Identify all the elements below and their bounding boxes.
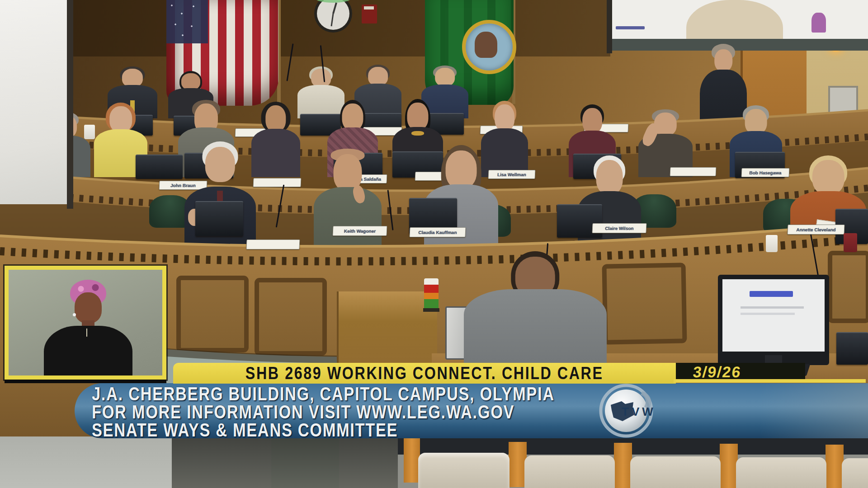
interpreter-video — [9, 270, 162, 375]
red-cup — [844, 233, 857, 252]
monitor-text-line — [741, 306, 804, 309]
nameplate-label: Lisa Wellman — [497, 172, 526, 177]
laptop — [195, 201, 243, 236]
nameplate: Keith Wagoner — [332, 226, 387, 236]
nameplate — [670, 167, 716, 176]
wall-shadow — [68, 0, 610, 56]
info-line-1: J.A. CHERBERG BUILDING, CAPITOL CAMPUS, … — [92, 385, 555, 403]
microphone — [276, 184, 285, 227]
wall-plaque — [828, 86, 858, 131]
chair-frame — [404, 437, 420, 483]
under-desk-shadow — [172, 436, 398, 488]
tvw-logo: TVW — [594, 383, 661, 438]
wa-flag-seal-portrait — [475, 32, 497, 58]
chair-back — [736, 457, 826, 488]
info-banner-translucent-zone — [760, 383, 868, 438]
laptop — [136, 155, 183, 179]
chair-back — [842, 458, 868, 488]
interpreter-earring — [73, 313, 76, 316]
info-banner: J.A. CHERBERG BUILDING, CAPITOL CAMPUS, … — [75, 383, 868, 438]
interpreter-torso — [44, 326, 132, 375]
nameplate-label: Claudia Kauffman — [418, 230, 457, 235]
projection-screen-left-frame — [67, 0, 73, 209]
interpreter-face — [75, 292, 102, 323]
person-speaking — [184, 145, 256, 255]
foreground — [0, 436, 868, 488]
witness-monitor — [718, 275, 829, 365]
nameplate-label: Bob Hasegawa — [749, 170, 782, 175]
fire-alarm-label — [364, 6, 374, 9]
projected-caption-line — [616, 26, 645, 29]
title-bar: SHB 2689 WORKING CONNECT. CHILD CARE — [173, 363, 676, 384]
person — [314, 152, 382, 255]
monitor-screen — [722, 279, 825, 352]
timer-light — [423, 278, 439, 312]
chair-frame — [720, 444, 738, 488]
chair-back — [524, 455, 615, 488]
monitor-text-line — [741, 313, 795, 315]
laptop — [836, 332, 868, 365]
person — [251, 104, 300, 177]
info-line-3: SENATE WAYS & MEANS COMMITTEE — [92, 421, 555, 439]
timer-red — [424, 285, 439, 293]
chair-frame — [509, 442, 527, 487]
nameplate — [253, 178, 301, 187]
coffee-cup — [766, 235, 778, 252]
info-line-2: FOR MORE INFORMATION VISIT WWW.LEG.WA.GO… — [92, 403, 555, 421]
chair-back — [418, 453, 509, 488]
timer-green — [424, 299, 439, 308]
projection-screen-left — [0, 0, 68, 204]
nameplate: Claudia Kauffman — [409, 227, 466, 237]
necklace — [411, 131, 424, 136]
broadcast-frame: John Braun Rebecca Saldaña Lisa Wellman … — [0, 0, 868, 488]
microphone — [387, 190, 394, 230]
timer-base — [423, 308, 439, 312]
tvw-logo-text: TVW — [622, 405, 656, 418]
chair-back — [630, 456, 721, 488]
chair-frame — [614, 443, 632, 488]
nameplate: Bob Hasegawa — [741, 168, 789, 177]
timer-amber — [424, 293, 439, 299]
projected-figure — [811, 13, 826, 33]
fire-alarm — [362, 5, 377, 23]
head — [714, 49, 732, 72]
interpreter-pip-shadow — [5, 380, 166, 383]
nameplate — [246, 239, 300, 249]
timer-cap — [424, 278, 439, 285]
monitor-blue-bar — [750, 291, 793, 297]
date-chip: 3/9/26 — [676, 363, 805, 381]
date-text: 3/9/26 — [675, 363, 742, 381]
us-flag-canton — [166, 0, 208, 43]
projection-screen-right-frame — [607, 0, 612, 53]
nameplate: Claire Wilson — [592, 223, 646, 233]
nameplate-label: Claire Wilson — [605, 226, 634, 231]
chair-frame — [826, 445, 844, 488]
yellow-rule — [674, 379, 866, 383]
title-bar-text: SHB 2689 WORKING CONNECT. CHILD CARE — [245, 364, 604, 383]
interpreter-pip — [5, 266, 166, 380]
nameplate: Annette Cleveland — [787, 225, 844, 235]
nameplate-label: Annette Cleveland — [796, 227, 836, 232]
interpreter-necklace — [86, 328, 87, 337]
nameplate-label: Keith Wagoner — [344, 229, 376, 234]
